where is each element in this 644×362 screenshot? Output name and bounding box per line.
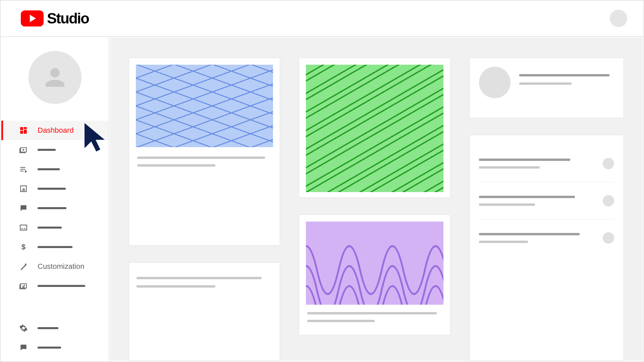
product-name: Studio (47, 10, 89, 27)
card-text-placeholder (136, 147, 273, 169)
dashboard-card-generic[interactable] (129, 262, 280, 361)
pattern-thumbnail-placeholder (306, 65, 443, 192)
list-item-avatar (603, 158, 614, 169)
person-icon (41, 63, 69, 92)
sidebar-item-label (38, 285, 85, 287)
list-item[interactable] (479, 182, 614, 220)
settings-icon (19, 323, 28, 333)
sidebar-item-dashboard[interactable]: Dashboard (1, 121, 109, 140)
dashboard-icon (19, 126, 28, 135)
card-text-placeholder (519, 67, 614, 85)
studio-logo[interactable]: Studio (21, 10, 89, 27)
feedback-icon (19, 343, 28, 352)
card-text-placeholder (306, 305, 443, 322)
dashboard-column-2 (299, 58, 450, 361)
sidebar-item-customization[interactable]: Customization (1, 257, 109, 276)
sidebar-item-analytics[interactable] (1, 179, 109, 198)
subtitles-icon (19, 223, 28, 232)
audio-library-icon (19, 281, 28, 291)
channel-avatar-small (479, 67, 511, 98)
youtube-play-icon (21, 10, 44, 26)
content-icon (19, 145, 28, 155)
dashboard-card-analytics-preview[interactable] (299, 58, 450, 198)
dashboard-card-channel-summary[interactable] (469, 58, 624, 118)
magic-wand-icon (19, 262, 28, 271)
account-avatar[interactable] (610, 10, 627, 27)
sidebar-item-label (38, 347, 61, 349)
sidebar-footer (1, 318, 109, 361)
sidebar-item-feedback[interactable] (1, 338, 109, 357)
playlist-icon (19, 165, 28, 174)
sidebar-item-comments[interactable] (1, 198, 109, 218)
sidebar-item-playlists[interactable] (1, 160, 109, 179)
video-thumbnail-placeholder (136, 65, 273, 147)
sidebar-item-monetization[interactable]: $ (1, 237, 109, 257)
sidebar-item-label (38, 188, 66, 190)
sidebar-item-settings[interactable] (1, 318, 109, 338)
sidebar-item-subtitles[interactable] (1, 218, 109, 237)
sidebar-item-content[interactable] (1, 140, 109, 160)
sidebar-item-label (38, 168, 60, 170)
dashboard-card-news[interactable] (299, 215, 450, 335)
pattern-thumbnail-placeholder (306, 222, 443, 305)
analytics-icon (19, 184, 28, 193)
channel-avatar[interactable] (29, 51, 82, 104)
comments-icon (19, 203, 28, 213)
list-item[interactable] (479, 145, 614, 182)
dashboard-column-1 (129, 58, 280, 361)
sidebar-item-label (38, 246, 72, 248)
main-content (110, 38, 643, 361)
sidebar-nav: Dashboard (1, 121, 109, 318)
list-item-avatar (603, 232, 614, 244)
header: Studio (1, 1, 643, 37)
dashboard-column-3 (469, 58, 624, 361)
svg-text:$: $ (21, 243, 25, 251)
sidebar-item-label: Customization (38, 262, 84, 271)
sidebar-item-label (38, 207, 66, 209)
dashboard-card-list (469, 135, 624, 361)
list-item[interactable] (479, 220, 614, 256)
sidebar: Dashboard (1, 38, 109, 361)
monetization-icon: $ (19, 242, 28, 252)
sidebar-item-audio-library[interactable] (1, 276, 109, 296)
sidebar-item-label (38, 327, 58, 329)
sidebar-item-label: Dashboard (38, 126, 74, 135)
dashboard-card-latest-video[interactable] (129, 58, 280, 246)
list-item-avatar (603, 195, 614, 206)
sidebar-item-label (38, 149, 56, 151)
sidebar-item-label (38, 227, 62, 229)
